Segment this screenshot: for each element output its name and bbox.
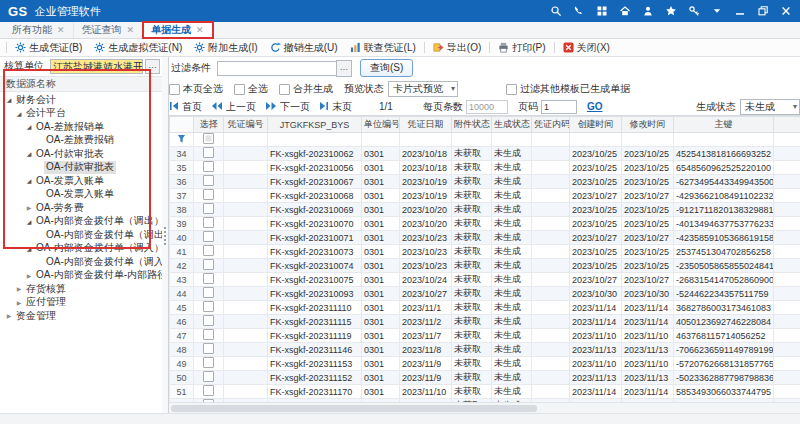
table-row-49[interactable]: 49FK-xsgkf-20231115303012023/11/9未获取未生成2… bbox=[170, 357, 800, 371]
restore-icon[interactable] bbox=[757, 5, 769, 17]
table-row-36[interactable]: 36FK-xsgkf-20231006703012023/10/19未获取未生成… bbox=[170, 175, 800, 189]
row-checkbox[interactable] bbox=[203, 385, 214, 396]
filter-cell[interactable] bbox=[622, 133, 674, 147]
go-link[interactable]: GO bbox=[587, 101, 603, 112]
first-page-button[interactable]: 首页 bbox=[169, 100, 202, 114]
column-header-凭证内码[interactable]: 凭证内码 bbox=[532, 117, 570, 133]
tree-collapsed-icon[interactable]: ▶ bbox=[14, 299, 24, 306]
row-checkbox[interactable] bbox=[203, 371, 214, 382]
tree-expanded-icon[interactable]: ◢ bbox=[24, 218, 34, 225]
preview-status-select[interactable]: 卡片式预览▾ bbox=[388, 81, 458, 97]
table-row-34[interactable]: 34FK-xsgkf-20231006203012023/10/18未获取未生成… bbox=[170, 147, 800, 161]
table-row-35[interactable]: 35FK-xsgkf-20231005603012023/10/18未获取未生成… bbox=[170, 161, 800, 175]
column-header-附件状态[interactable]: 附件状态 bbox=[452, 117, 492, 133]
table-row-45[interactable]: 45FK-xsgkf-20231111003012023/11/1未获取未生成2… bbox=[170, 301, 800, 315]
table-row-37[interactable]: 37FK-xsgkf-20231006803012023/10/19未获取未生成… bbox=[170, 189, 800, 203]
table-row-40[interactable]: 40FK-xsgkf-20231007103012023/10/23未获取未生成… bbox=[170, 231, 800, 245]
phone-icon[interactable] bbox=[573, 5, 585, 17]
search-icon[interactable] bbox=[550, 5, 562, 17]
tree-collapsed-icon[interactable]: ▶ bbox=[14, 285, 24, 292]
generate-status-select[interactable]: 未生成▾ bbox=[740, 99, 800, 115]
tree-expanded-icon[interactable]: ◢ bbox=[24, 123, 34, 130]
tree-item-OA-内部资金拨付单（调入）[interactable]: ◢OA-内部资金拨付单（调入） bbox=[0, 242, 162, 256]
tree-item-会计平台[interactable]: ◢会计平台 bbox=[0, 107, 162, 121]
tree-collapsed-icon[interactable]: ▶ bbox=[24, 204, 34, 211]
table-row-42[interactable]: 42FK-xsgkf-20231007403012023/10/23未获取未生成… bbox=[170, 259, 800, 273]
row-checkbox[interactable] bbox=[203, 259, 214, 270]
tree-item-OA-内部资金拨付单-内部路径[interactable]: ▶OA-内部资金拨付单-内部路径 bbox=[0, 269, 162, 283]
toolbar-button-生成凭证(B)[interactable]: 生成凭证(B) bbox=[9, 41, 88, 55]
home-icon[interactable] bbox=[619, 5, 631, 17]
last-page-button[interactable]: 末页 bbox=[319, 100, 352, 114]
table-row-46[interactable]: 46FK-xsgkf-20231111503012023/11/2未获取未生成2… bbox=[170, 315, 800, 329]
tree-item-OA-内部资金拨付单（调入单位凭证）[interactable]: OA-内部资金拨付单（调入单位凭证） bbox=[0, 255, 162, 269]
accounting-unit-input[interactable]: 江苏盐城港靖水港开发集团有限公司 bbox=[50, 59, 143, 74]
table-row-41[interactable]: 41FK-xsgkf-20231007303012023/10/23未获取未生成… bbox=[170, 245, 800, 259]
filter-generated-checkbox[interactable]: 过滤其他模板已生成单据 bbox=[506, 81, 630, 97]
toolbar-button-生成虚拟凭证(N)[interactable]: 生成虚拟凭证(N) bbox=[88, 41, 188, 55]
prev-page-button[interactable]: 上一页 bbox=[211, 100, 256, 114]
tab-close-icon[interactable]: ✕ bbox=[57, 25, 65, 35]
column-header-JTGKFKSP_BYS[interactable]: JTGKFKSP_BYS bbox=[268, 117, 362, 133]
column-header-创建时间[interactable]: 创建时间 bbox=[570, 117, 622, 133]
tree-item-OA-劳务费[interactable]: ▶OA-劳务费 bbox=[0, 201, 162, 215]
tab-凭证查询[interactable]: 凭证查询✕ bbox=[74, 22, 144, 38]
query-button[interactable]: 查询(S) bbox=[360, 59, 413, 77]
chevron-down-icon[interactable] bbox=[711, 5, 723, 17]
row-checkbox[interactable] bbox=[203, 329, 214, 340]
key-icon[interactable] bbox=[688, 5, 700, 17]
row-checkbox[interactable] bbox=[203, 175, 214, 186]
filter-cell[interactable] bbox=[452, 133, 492, 147]
filter-cell[interactable] bbox=[268, 133, 362, 147]
tree-expanded-icon[interactable]: ◢ bbox=[4, 96, 14, 103]
tree-item-OA-差旅费报销[interactable]: OA-差旅费报销 bbox=[0, 134, 162, 148]
table-row-48[interactable]: 48FK-xsgkf-20231114603012023/11/8未获取未生成2… bbox=[170, 343, 800, 357]
tree-item-财务会计[interactable]: ◢财务会计 bbox=[0, 93, 162, 107]
scrollbar-thumb[interactable] bbox=[171, 405, 537, 412]
tree-item-OA-发票入账单[interactable]: ◢OA-发票入账单 bbox=[0, 174, 162, 188]
merge-generate-checkbox[interactable]: 合并生成 bbox=[279, 82, 333, 96]
filter-cell[interactable] bbox=[492, 133, 532, 147]
row-checkbox[interactable] bbox=[203, 287, 214, 298]
tree-item-存货核算[interactable]: ▶存货核算 bbox=[0, 282, 162, 296]
row-checkbox[interactable] bbox=[203, 231, 214, 242]
table-row-43[interactable]: 43FK-xsgkf-20231007503012023/10/24未获取未生成… bbox=[170, 273, 800, 287]
table-row-39[interactable]: 39FK-xsgkf-20231007003012023/10/20未获取未生成… bbox=[170, 217, 800, 231]
select-all-rows-checkbox[interactable] bbox=[203, 133, 214, 144]
row-checkbox[interactable] bbox=[203, 273, 214, 284]
toolbar-button-联查凭证(L)[interactable]: 联查凭证(L) bbox=[344, 41, 422, 55]
column-header-修改时间[interactable]: 修改时间 bbox=[622, 117, 674, 133]
tab-close-icon[interactable]: ✕ bbox=[127, 25, 135, 35]
column-header-凭证编号[interactable]: 凭证编号 bbox=[224, 117, 268, 133]
filter-cell[interactable] bbox=[400, 133, 452, 147]
tab-close-icon[interactable]: ✕ bbox=[196, 25, 204, 35]
column-header-选择[interactable]: 选择 bbox=[194, 117, 224, 133]
toolbar-button-打印(P)[interactable]: 打印(P) bbox=[492, 41, 551, 55]
toolbar-button-附加生成(I)[interactable]: 附加生成(I) bbox=[188, 41, 263, 55]
column-header-生成状态[interactable]: 生成状态 bbox=[492, 117, 532, 133]
table-row-47[interactable]: 47FK-xsgkf-20231111903012023/11/7未获取未生成2… bbox=[170, 329, 800, 343]
checkbox-icon[interactable] bbox=[234, 84, 245, 95]
tree-expanded-icon[interactable]: ◢ bbox=[14, 110, 24, 117]
row-checkbox[interactable] bbox=[203, 245, 214, 256]
column-header-主键[interactable]: 主键 bbox=[674, 117, 774, 133]
select-page-checkbox[interactable]: 本页全选 bbox=[169, 82, 223, 96]
close-icon[interactable] bbox=[780, 5, 792, 17]
table-row-44[interactable]: 44FK-xsgkf-20231009303012023/10/27未获取未生成… bbox=[170, 287, 800, 301]
tree-collapsed-icon[interactable]: ▶ bbox=[24, 272, 34, 279]
filter-cell[interactable] bbox=[674, 133, 774, 147]
tab-所有功能[interactable]: 所有功能✕ bbox=[4, 22, 74, 38]
tree-item-资金管理[interactable]: ▶资金管理 bbox=[0, 309, 162, 323]
filter-cell[interactable] bbox=[570, 133, 622, 147]
column-header-单位编号[interactable]: 单位编号 bbox=[362, 117, 400, 133]
row-checkbox[interactable] bbox=[203, 301, 214, 312]
per-page-input[interactable] bbox=[466, 100, 508, 114]
accounting-unit-ellipsis-button[interactable]: … bbox=[145, 59, 160, 74]
page-number-input[interactable] bbox=[541, 100, 577, 114]
table-row-38[interactable]: 38FK-xsgkf-20231006903012023/10/20未获取未生成… bbox=[170, 203, 800, 217]
tab-单据生成[interactable]: 单据生成✕ bbox=[143, 22, 213, 38]
filter-ellipsis-button[interactable]: … bbox=[336, 60, 352, 77]
tree-expanded-icon[interactable]: ◢ bbox=[24, 245, 34, 252]
user-icon[interactable] bbox=[642, 5, 654, 17]
tree-expanded-icon[interactable]: ◢ bbox=[24, 177, 34, 184]
